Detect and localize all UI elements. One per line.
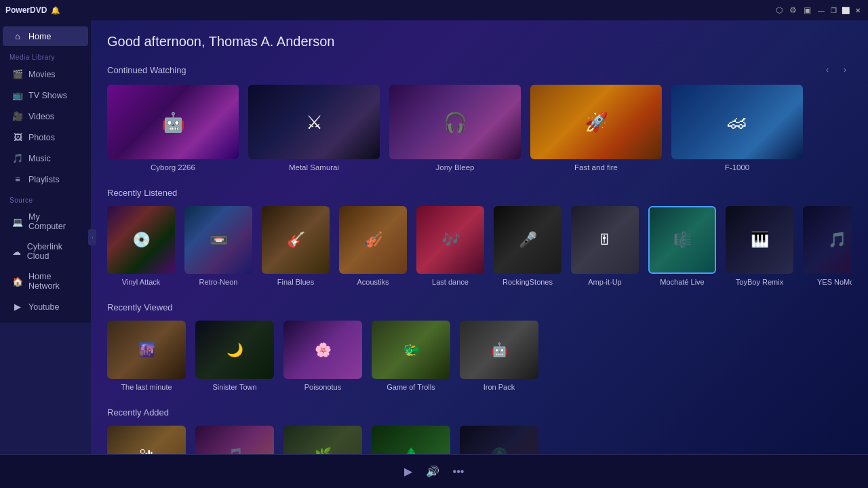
- more-button[interactable]: •••: [453, 466, 465, 478]
- sidebar-item-homenetwork[interactable]: 🏠 Home Network: [3, 267, 88, 296]
- watch-thumb-fast: 🚀: [530, 85, 662, 159]
- music-thumb-final: 🎸: [262, 206, 330, 274]
- bell-icon[interactable]: 🔔: [51, 6, 60, 15]
- app-title: PowerDVD: [5, 5, 47, 15]
- maximize-button[interactable]: ⬜: [841, 5, 850, 15]
- added-item-1[interactable]: 🏜: [107, 426, 186, 454]
- final-art: 🎸: [262, 206, 330, 274]
- game-trolls-art: 🐲: [372, 321, 450, 379]
- music-label-acoustiks: Acoustiks: [339, 278, 407, 286]
- share-icon[interactable]: ⬡: [776, 5, 783, 15]
- music-label-vinyl: Vinyl Attack: [107, 278, 175, 286]
- sidebar-item-music[interactable]: 🎵 Music: [3, 148, 88, 168]
- added-thumb-1: 🏜: [107, 426, 186, 454]
- viewed-thumb-poisonotus: 🌸: [283, 321, 362, 379]
- viewed-thumb-iron-pack: 🤖: [460, 321, 538, 379]
- watch-label-fast: Fast and fire: [530, 163, 662, 171]
- watch-label-jony: Jony Bleep: [389, 163, 521, 171]
- watch-thumb-jony: 🎧: [389, 85, 521, 159]
- music-item-retro[interactable]: 📼 Retro-Neon: [184, 206, 252, 286]
- music-item-yesnomor[interactable]: 🎵 YES NoMor: [803, 206, 852, 286]
- nav-prev-watching[interactable]: ‹: [821, 63, 834, 77]
- main-content: Good afternoon, Thomas A. Anderson Conti…: [91, 20, 868, 454]
- music-item-toyboy[interactable]: 🎹 ToyBoy Remix: [726, 206, 793, 286]
- greeting-text: Good afternoon, Thomas A. Anderson: [107, 34, 852, 49]
- play-button[interactable]: ▶: [404, 465, 412, 478]
- viewed-item-iron-pack[interactable]: 🤖 Iron Pack: [460, 321, 538, 391]
- tvshows-icon: 📺: [12, 90, 23, 100]
- viewed-item-sinister[interactable]: 🌙 Sinister Town: [195, 321, 274, 391]
- watch-item-metal-samurai[interactable]: ⚔ Metal Samurai: [248, 85, 380, 171]
- added-item-5[interactable]: 🌑: [460, 426, 538, 454]
- source-label: Source: [0, 190, 91, 207]
- sidebar-item-cyberlink[interactable]: ☁ Cyberlink Cloud: [3, 237, 88, 266]
- sidebar-item-youtube[interactable]: ▶ Youtube: [3, 297, 88, 317]
- section-title-listened: Recently Listened: [107, 188, 177, 198]
- viewed-thumb-sinister: 🌙: [195, 321, 274, 379]
- watching-list: 🤖 Cyborg 2266 ⚔ Metal Samurai 🎧 Jony Ble…: [107, 85, 852, 171]
- sidebar-wrapper: ⌂ Home Media Library 🎬 Movies 📺 TV Shows…: [0, 20, 91, 454]
- watch-item-cyborg[interactable]: 🤖 Cyborg 2266: [107, 85, 239, 171]
- viewed-label-last-minute: The last minute: [107, 383, 186, 391]
- settings-icon[interactable]: ⚙: [789, 5, 797, 15]
- watch-thumb-metal: ⚔: [248, 85, 380, 159]
- added5-art: 🌑: [460, 426, 538, 454]
- sidebar-item-mycomputer[interactable]: 💻 My Computer: [3, 207, 88, 236]
- watch-item-f1000[interactable]: 🏎 F-1000: [671, 85, 803, 171]
- music-item-mochate[interactable]: 🎼 Mochaté Live: [648, 206, 716, 286]
- sidebar-movies-label: Movies: [28, 70, 56, 79]
- network-icon: 🏠: [12, 277, 23, 287]
- viewed-item-poisonotus[interactable]: 🌸 Poisonotus: [283, 321, 362, 391]
- sidebar-item-videos[interactable]: 🎥 Videos: [3, 106, 88, 126]
- music-item-lastdance[interactable]: 🎶 Last dance: [416, 206, 484, 286]
- nav-next-watching[interactable]: ›: [838, 63, 852, 77]
- youtube-icon: ▶: [12, 302, 23, 312]
- watch-label-f1000: F-1000: [671, 163, 803, 171]
- watch-item-fast[interactable]: 🚀 Fast and fire: [530, 85, 662, 171]
- added1-art: 🏜: [107, 426, 186, 454]
- sidebar-item-photos[interactable]: 🖼 Photos: [3, 127, 88, 147]
- section-header-viewed: Recently Viewed: [107, 302, 852, 312]
- music-item-rocking[interactable]: 🎤 RockingStones: [494, 206, 561, 286]
- music-item-ampit[interactable]: 🎚 Amp-it-Up: [571, 206, 639, 286]
- metal-art: ⚔: [248, 85, 380, 159]
- sidebar-item-movies[interactable]: 🎬 Movies: [3, 64, 88, 84]
- viewed-item-game-trolls[interactable]: 🐲 Game of Trolls: [372, 321, 450, 391]
- retro-art: 📼: [184, 206, 252, 274]
- watch-label-metal: Metal Samurai: [248, 163, 380, 171]
- iron-pack-art: 🤖: [460, 321, 538, 379]
- sidebar-item-tvshows[interactable]: 📺 TV Shows: [3, 85, 88, 105]
- last-minute-art: 🌆: [107, 321, 186, 379]
- cloud-icon: ☁: [12, 247, 22, 257]
- music-label-toyboy: ToyBoy Remix: [726, 278, 793, 286]
- added-item-3[interactable]: 🌿: [283, 426, 362, 454]
- sidebar-collapse-button[interactable]: ›: [88, 229, 96, 245]
- sidebar-item-home[interactable]: ⌂ Home: [3, 26, 88, 46]
- watch-label-cyborg: Cyborg 2266: [107, 163, 239, 171]
- close-button[interactable]: ✕: [853, 5, 863, 15]
- music-thumb-ampit: 🎚: [571, 206, 639, 274]
- music-item-vinyl[interactable]: 💿 Vinyl Attack: [107, 206, 175, 286]
- sidebar-item-playlists[interactable]: ≡ Playlists: [3, 169, 88, 189]
- minimize-button[interactable]: —: [816, 5, 826, 15]
- continued-watching-section: Continued Watching ‹ › 🤖 Cyborg 2266 ⚔: [107, 63, 852, 171]
- added-item-2[interactable]: 🎵: [195, 426, 274, 454]
- music-label-rocking: RockingStones: [494, 278, 561, 286]
- music-item-final-blues[interactable]: 🎸 Final Blues: [262, 206, 330, 286]
- acoustiks-art: 🎻: [339, 206, 407, 274]
- viewed-item-last-minute[interactable]: 🌆 The last minute: [107, 321, 186, 391]
- media-library-label: Media Library: [0, 47, 91, 64]
- music-item-acoustiks[interactable]: 🎻 Acoustiks: [339, 206, 407, 286]
- sidebar-mycomputer-label: My Computer: [28, 212, 79, 231]
- home-icon: ⌂: [12, 31, 23, 41]
- volume-button[interactable]: 🔊: [426, 465, 439, 478]
- sidebar-music-label: Music: [28, 154, 51, 163]
- viewed-thumb-game-trolls: 🐲: [372, 321, 450, 379]
- restore-button[interactable]: ❐: [829, 5, 838, 15]
- cyborg-art: 🤖: [107, 85, 239, 159]
- added-item-4[interactable]: 🌲: [372, 426, 450, 454]
- music-thumb-toyboy: 🎹: [726, 206, 793, 274]
- section-title-added: Recently Added: [107, 407, 169, 418]
- layout-icon[interactable]: ▣: [804, 5, 811, 15]
- watch-item-jony[interactable]: 🎧 Jony Bleep: [389, 85, 521, 171]
